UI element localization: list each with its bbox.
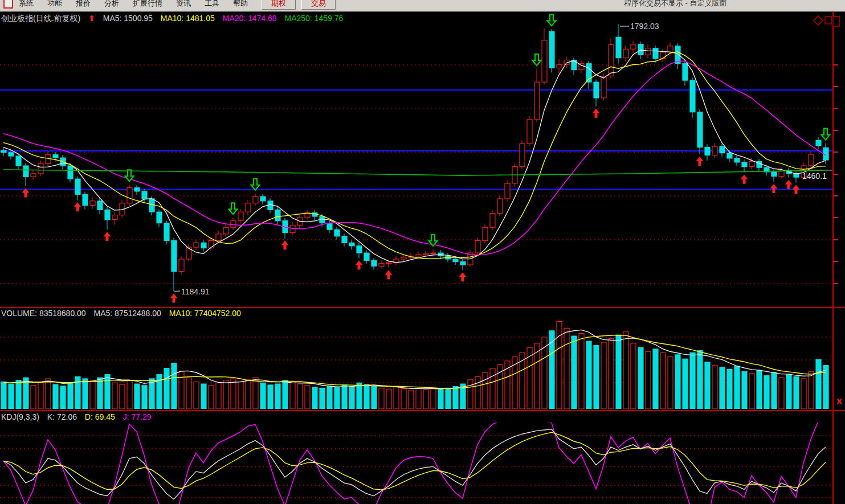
main-panel-title-row: 创业板指(日线.前复权) ⬆ MA5: 1500.95 MA10: 1481.0… (1, 14, 349, 24)
close-indicator-button[interactable]: X (835, 397, 844, 406)
high-price-annotation: 1792.03 (630, 22, 659, 31)
ma10-label: MA10: 1481.05 (161, 14, 215, 23)
ma250-label: MA250: 1459.76 (285, 14, 344, 23)
volume-ma10-label: MA10: 77404752.00 (169, 309, 241, 318)
up-trend-icon: ⬆ (88, 14, 95, 23)
volume-ma5-label: MA5: 87512488.00 (94, 309, 161, 318)
panel-layout-icon (833, 17, 839, 26)
kdj-d-label: D: 69.45 (85, 412, 115, 421)
instrument-title: 创业板指(日线.前复权) (1, 14, 80, 23)
ma20-label: MA20: 1474.68 (223, 14, 277, 23)
volume-panel-title-row: VOLUME: 83518680.00 MA5: 87512488.00 MA1… (1, 309, 247, 318)
ma5-label: MA5: 1500.95 (103, 14, 153, 23)
low-price-annotation: 1184.91 (181, 287, 210, 296)
kdj-title: KDJ(9,3,3) (1, 412, 39, 421)
kdj-k-label: K: 72.06 (47, 412, 77, 421)
kdj-panel-title-row: KDJ(9,3,3) K: 72.06 D: 69.45 J: 77.29 (1, 412, 157, 421)
trading-app-window: 系统功能报价分析扩展行情资讯工具帮助期权交易 程序化交易不显示 - 自定义版面 … (0, 0, 845, 504)
volume-label: VOLUME: 83518680.00 (1, 309, 86, 318)
kdj-j-label: J: 77.29 (123, 412, 152, 421)
chart-canvas[interactable] (0, 0, 845, 504)
right-price-tag: 1460.1 (802, 171, 827, 181)
